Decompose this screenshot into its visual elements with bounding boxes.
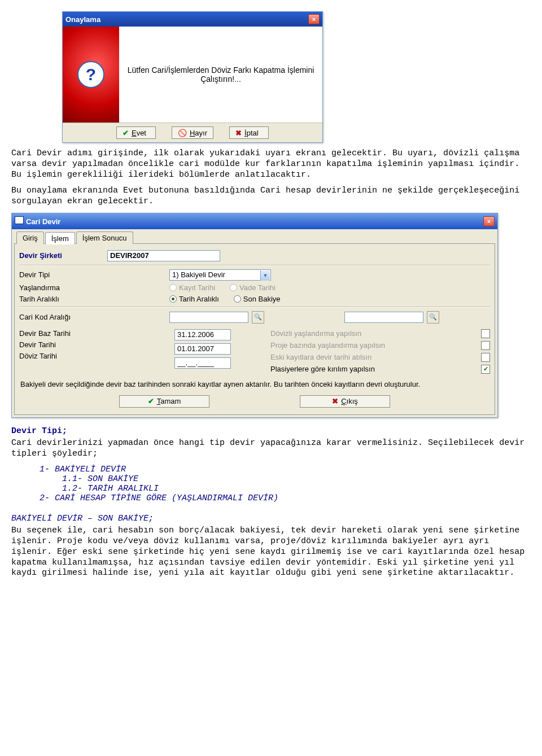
radio-tarih-aralikli[interactable]: Tarih Aralıklı (169, 295, 219, 303)
radio-son-bakiye[interactable]: Son Bakiye (234, 295, 281, 303)
doviz-input[interactable] (174, 357, 231, 369)
opt4-checkbox[interactable] (481, 365, 490, 374)
opt2-label: Proje bazında yaşlandırma yapılsın (270, 341, 385, 349)
confirm-title: Onaylama (65, 15, 100, 24)
paragraph-1: Cari Devir adımı girişinde, ilk olarak y… (11, 148, 531, 180)
yes-label-u: E (132, 129, 137, 137)
kod-from-input[interactable] (169, 312, 248, 323)
yas-label: Yaşlandırma (19, 283, 166, 292)
baz-label: Devir Baz Tarihi (19, 329, 71, 338)
tamam-button[interactable]: ✔ Tamam (119, 395, 209, 408)
yes-button[interactable]: ✔ Evet (116, 126, 156, 139)
baz-input[interactable] (174, 329, 231, 340)
yas-r1: Kayıt Tarihi (179, 283, 215, 292)
list-1-1: 1.1- SON BAKİYE (62, 474, 531, 484)
list-2: 2- CARİ HESAP TİPİNE GÖRE (YAŞLANDIRMALI… (40, 493, 531, 503)
tab-sonucu[interactable]: İşlem Sonucu (76, 231, 133, 244)
opt3-label: Eski kayıtlara devir tarihi atılsın (270, 353, 371, 361)
aralik-r1: Tarih Aralıklı (179, 295, 219, 303)
opt4-label: Plasiyerlere göre kırılım yapılsın (270, 365, 375, 373)
tip-value: 1) Bakiyeli Devir (172, 270, 225, 279)
info-note: Bakiyeli devir seçildiğinde devir baz ta… (20, 380, 489, 388)
confirm-message: Lütfen Cari/İşlemlerden Döviz Farkı Kapa… (119, 27, 322, 123)
opt2-checkbox (481, 341, 490, 350)
opt3-checkbox (481, 353, 490, 362)
confirm-dialog: Onaylama × ? Lütfen Cari/İşlemlerden Döv… (62, 11, 323, 143)
doviz-label: Döviz Tarihi (19, 352, 57, 360)
sirketi-label: Devir Şirketi (19, 251, 104, 260)
close-icon[interactable]: × (483, 216, 495, 226)
cari-devir-window: Cari Devir × Giriş İşlem İşlem Sonucu De… (11, 213, 498, 418)
aralik-label: Tarih Aralıklı (19, 295, 166, 303)
devir-titlebar: Cari Devir × (12, 213, 497, 229)
check-icon: ✔ (148, 397, 154, 405)
radio-vade-tarihi: Vade Tarihi (230, 283, 276, 292)
chevron-down-icon[interactable]: ▼ (260, 270, 270, 281)
kod-to-input[interactable] (344, 312, 423, 323)
sec2-p: Cari devirlerinizi yapmadan önce hangi t… (11, 438, 531, 460)
tamam-rest: amam (160, 397, 181, 405)
sirketi-input[interactable] (107, 250, 220, 261)
cancel-label-rest: ptal (247, 129, 259, 137)
question-icon: ? (77, 61, 104, 88)
radio-icon (230, 284, 237, 291)
cikis-rest: ıkış (347, 397, 358, 405)
kod-label: Cari Kod Aralığı (19, 313, 166, 321)
sec2-heading: Devir Tipi; (11, 426, 67, 436)
list-1: 1- BAKİYELİ DEVİR (40, 465, 531, 474)
cikis-button[interactable]: ✖ Çıkış (300, 395, 390, 408)
forbid-icon: 🚫 (178, 129, 187, 137)
sec3-p: Bu seçenek ile, cari hesabın son borç/al… (11, 526, 531, 579)
radio-icon (234, 295, 241, 303)
x-icon: ✖ (332, 397, 338, 405)
tip-dropdown[interactable]: 1) Bakiyeli Devir ▼ (169, 269, 271, 281)
aralik-r2: Son Bakiye (243, 295, 281, 303)
cancel-button[interactable]: ✖ İptal (229, 126, 269, 139)
yas-r2: Vade Tarihi (239, 283, 276, 292)
opt1-label: Dövizli yaşlandırma yapılsın (270, 329, 361, 338)
no-label-u: H (190, 129, 195, 137)
opt1-checkbox (481, 329, 490, 338)
radio-icon (169, 295, 177, 303)
confirm-icon-area: ? (63, 27, 119, 123)
lookup-icon[interactable]: 🔍 (427, 311, 439, 324)
devir-title: Cari Devir (26, 217, 60, 226)
tab-strip: Giriş İşlem İşlem Sonucu (14, 231, 495, 244)
devir-tarih-label: Devir Tarihi (19, 340, 56, 349)
lookup-icon[interactable]: 🔍 (252, 311, 264, 324)
radio-icon (169, 284, 177, 291)
panel-islem: Devir Şirketi Devir Tipi 1) Bakiyeli Dev… (14, 243, 495, 415)
tip-label: Devir Tipi (19, 270, 166, 279)
window-icon (15, 216, 24, 224)
yes-label-rest: vet (137, 129, 146, 137)
close-icon[interactable]: × (308, 14, 320, 24)
no-button[interactable]: 🚫 Hayır (172, 126, 213, 139)
x-icon: ✖ (235, 129, 242, 137)
cikis-u: Ç (341, 397, 346, 405)
tab-islem[interactable]: İşlem (45, 232, 75, 244)
confirm-titlebar: Onaylama × (63, 12, 322, 27)
sec3-heading: BAKİYELİ DEVİR – SON BAKİYE; (11, 514, 154, 523)
tab-giris[interactable]: Giriş (16, 231, 44, 244)
devir-tarih-input[interactable] (174, 343, 231, 355)
list-1-2: 1.2- TARİH ARALIKLI (62, 484, 531, 493)
radio-kayit-tarihi: Kayıt Tarihi (169, 283, 215, 292)
no-label-rest: ayır (195, 129, 207, 137)
paragraph-2: Bu onaylama ekranında Evet butonuna bası… (11, 186, 531, 207)
check-icon: ✔ (123, 129, 129, 137)
